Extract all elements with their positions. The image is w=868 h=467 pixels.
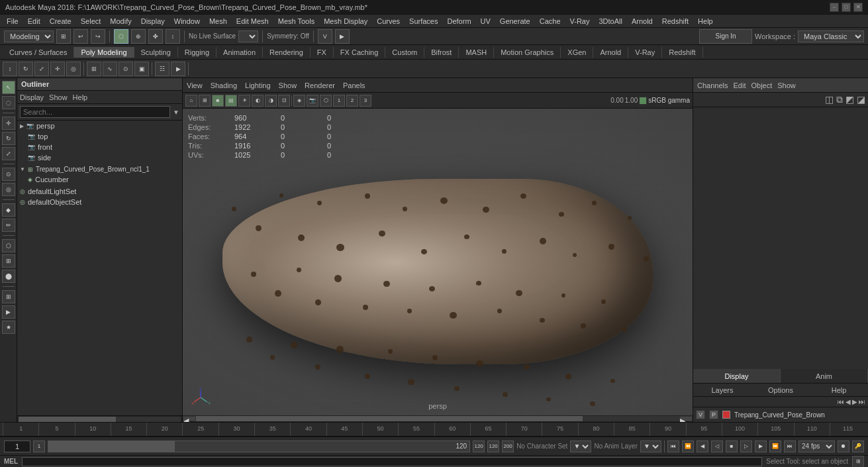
outliner-item-side[interactable]: 📷 side: [17, 152, 182, 163]
tick-90[interactable]: 90: [650, 422, 685, 436]
quick-sel-btn[interactable]: ⬡: [2, 239, 15, 252]
layer-v-btn[interactable]: V: [696, 410, 705, 419]
scroll-left-btn[interactable]: ◀: [183, 416, 196, 421]
workspace-select[interactable]: Maya Classic ▼: [798, 30, 864, 42]
viewport-hscroll[interactable]: ◀ ▶: [183, 415, 693, 422]
tick-45[interactable]: 45: [326, 422, 362, 436]
sign-in-btn[interactable]: Sign In: [699, 29, 752, 44]
anim-icon[interactable]: ⧉: [836, 94, 843, 105]
menu-item-surfaces[interactable]: Surfaces: [405, 16, 442, 26]
shelf-tab-10[interactable]: MASH: [459, 47, 494, 58]
vp-tb-xray[interactable]: ◈: [293, 95, 305, 107]
tick-55[interactable]: 55: [398, 422, 434, 436]
tick-70[interactable]: 70: [506, 422, 542, 436]
live-surface-select[interactable]: ▼: [238, 30, 258, 42]
outliner-item-cucumber[interactable]: ◈ Cucumber: [17, 174, 182, 185]
tick-60[interactable]: 60: [434, 422, 470, 436]
menu-item-arnold[interactable]: Arnold: [628, 16, 657, 26]
anim-layer-select[interactable]: ▼: [640, 441, 661, 452]
vray-icon[interactable]: V: [318, 29, 332, 44]
toolbar-icon-4[interactable]: ⬡: [114, 29, 128, 44]
tick-100[interactable]: 100: [722, 422, 757, 436]
tb-render[interactable]: ▶: [171, 62, 185, 76]
fps-select[interactable]: 24 fps: [798, 441, 835, 452]
shelf-tab-1[interactable]: Poly Modeling: [74, 47, 134, 58]
menu-item-redshift[interactable]: Redshift: [658, 16, 693, 26]
outliner-item-trepang[interactable]: ▼ ⊞ Trepang_Curved_Pose_Brown_ncl1_1: [17, 164, 182, 174]
menu-item-select[interactable]: Select: [77, 16, 105, 26]
tick-85[interactable]: 85: [614, 422, 650, 436]
vp-tb-home[interactable]: ⌂: [185, 95, 197, 107]
outliner-item-front[interactable]: 📷 front: [17, 142, 182, 152]
tb-rotate[interactable]: ↻: [19, 62, 33, 76]
tick-40[interactable]: 40: [290, 422, 326, 436]
outliner-help-menu[interactable]: Help: [73, 93, 88, 101]
layer-color[interactable]: [722, 411, 730, 419]
tb-snap-curve[interactable]: ∿: [103, 62, 117, 76]
channels-menu[interactable]: Channels: [697, 81, 728, 89]
outliner-display-menu[interactable]: Display: [20, 93, 44, 101]
shelf-tab-15[interactable]: Redshift: [662, 47, 702, 58]
measure-btn[interactable]: ⊞: [2, 254, 15, 268]
shelf-tab-11[interactable]: Motion Graphics: [494, 47, 561, 58]
menu-item-window[interactable]: Window: [170, 16, 204, 26]
prev-frame-btn[interactable]: ⏪: [682, 441, 694, 452]
go-start-btn[interactable]: ⏮: [667, 441, 679, 452]
tb-snap-point[interactable]: ⊙: [119, 62, 133, 76]
toolbar-icon-3[interactable]: ↪: [91, 29, 105, 44]
menu-item-uv[interactable]: UV: [477, 16, 495, 26]
tick-15[interactable]: 15: [111, 422, 146, 436]
tick-110[interactable]: 110: [794, 422, 830, 436]
snap-btn[interactable]: ⊙: [2, 168, 15, 181]
shelf-tab-4[interactable]: Animation: [217, 47, 263, 58]
toolbar-icon-1[interactable]: ⊞: [56, 29, 71, 44]
search-dropdown-icon[interactable]: ▼: [173, 109, 179, 116]
tick-80[interactable]: 80: [578, 422, 614, 436]
layer-p-btn[interactable]: P: [709, 410, 718, 419]
scale-tool-btn[interactable]: ⤢: [2, 147, 15, 160]
paint-btn[interactable]: ✏: [2, 219, 15, 232]
record-btn[interactable]: ⏺: [838, 441, 849, 452]
menu-item-3dtoall[interactable]: 3DtoAll: [595, 16, 626, 26]
current-frame-input[interactable]: [4, 441, 30, 452]
vp-tb-light[interactable]: ☀: [238, 95, 250, 107]
menu-item-mesh[interactable]: Mesh: [205, 16, 231, 26]
tick-75[interactable]: 75: [542, 422, 577, 436]
close-button[interactable]: ✕: [853, 3, 863, 12]
tick-105[interactable]: 105: [757, 422, 793, 436]
vp-tb-res2[interactable]: 2: [346, 95, 358, 107]
scroll-thumb[interactable]: [19, 417, 116, 422]
mel-input[interactable]: [22, 457, 762, 466]
menu-item-edit-mesh[interactable]: Edit Mesh: [232, 16, 273, 26]
vp-tb-shade[interactable]: ■: [212, 95, 224, 107]
vp-renderer-menu[interactable]: Renderer: [305, 81, 335, 89]
vp-tb-texture[interactable]: ▤: [225, 95, 237, 107]
outliner-item-objectset[interactable]: ◎ defaultObjectSet: [17, 197, 182, 207]
tick-20[interactable]: 20: [146, 422, 182, 436]
tick-115[interactable]: 115: [830, 422, 865, 436]
vp-tb-ao[interactable]: ◑: [265, 95, 277, 107]
char-set-select[interactable]: ▼: [570, 441, 591, 452]
menu-item-create[interactable]: Create: [46, 16, 75, 26]
outliner-scroll[interactable]: [17, 415, 182, 422]
arrow-next[interactable]: ▶: [852, 398, 857, 405]
shelf-tab-12[interactable]: XGen: [561, 47, 593, 58]
tick-10[interactable]: 10: [75, 422, 111, 436]
toolbar-icon-2[interactable]: ↩: [73, 29, 88, 44]
outliner-item-top[interactable]: 📷 top: [17, 131, 182, 142]
vp-tb-iso[interactable]: ⬡: [320, 95, 332, 107]
render-icon[interactable]: ▶: [335, 29, 350, 44]
menu-item-curves[interactable]: Curves: [373, 16, 404, 26]
paint-sel-btn[interactable]: ◌: [2, 96, 15, 109]
shelf-tab-13[interactable]: Arnold: [593, 47, 628, 58]
timeline[interactable]: 1510152025303540455055606570758085909510…: [0, 422, 868, 437]
range-slider[interactable]: 120: [48, 441, 470, 452]
vp-show-menu[interactable]: Show: [279, 81, 297, 89]
menu-item-mesh-display[interactable]: Mesh Display: [320, 16, 371, 26]
tb-snap-view[interactable]: ▣: [134, 62, 149, 76]
anim-btn[interactable]: ▶: [2, 305, 15, 319]
mel-options-btn[interactable]: ⊞: [852, 456, 864, 468]
grid-btn[interactable]: ⊞: [2, 290, 15, 303]
tick-50[interactable]: 50: [362, 422, 398, 436]
render-lt-btn[interactable]: ★: [2, 321, 15, 334]
